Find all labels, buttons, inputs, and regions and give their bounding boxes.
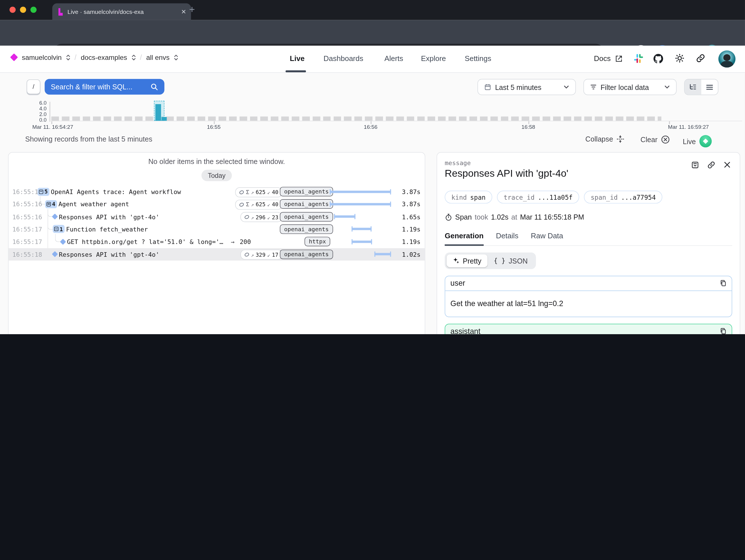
- org-select-icon[interactable]: [66, 54, 70, 60]
- trace-row[interactable]: 16:55:16 Responses API with 'gpt-4o' ↗29…: [8, 211, 425, 223]
- duration-value: 3.87s: [402, 188, 421, 195]
- trace-row[interactable]: 16:55:16 5 OpenAI Agents trace: Agent wo…: [8, 186, 425, 198]
- scope-chip: openai_agents: [280, 199, 333, 209]
- breadcrumb-org[interactable]: samuelcolvin: [22, 54, 62, 61]
- tab-live[interactable]: Live: [290, 54, 304, 63]
- duration-value: 1.02s: [402, 251, 421, 258]
- tab-explore[interactable]: Explore: [421, 54, 446, 63]
- sparkle-icon: [453, 257, 459, 264]
- mac-minimize-button[interactable]: [20, 6, 26, 13]
- docs-link[interactable]: Docs: [594, 54, 611, 63]
- span-title: Responses API with 'gpt-4o': [445, 168, 732, 179]
- live-indicator-icon: [699, 135, 712, 148]
- list-view-button[interactable]: [701, 80, 718, 95]
- tab-settings[interactable]: Settings: [465, 54, 491, 63]
- filter-local-dropdown[interactable]: Filter local data: [583, 79, 676, 95]
- list-view-icon: [706, 84, 713, 90]
- timeline-bar[interactable]: [155, 104, 161, 121]
- chevron-down-icon: [664, 84, 670, 90]
- trace-id-chip[interactable]: trace_id...11a05f: [497, 191, 579, 204]
- y-tick: 6.0: [30, 100, 46, 105]
- clear-button[interactable]: Clear: [640, 135, 670, 144]
- browser-tab[interactable]: Live · samuelcolvin/docs-exa ✕: [52, 3, 191, 20]
- scope-chip: httpx: [304, 237, 330, 247]
- copy-icon[interactable]: [720, 279, 726, 286]
- tab-details[interactable]: Details: [496, 231, 518, 245]
- mac-close-button[interactable]: [10, 6, 16, 13]
- project-select-icon[interactable]: [131, 54, 135, 60]
- json-view-button[interactable]: { } JSON: [488, 254, 534, 267]
- app-header: samuelcolvin / docs-examples / all envs …: [0, 46, 745, 73]
- span-id-chip[interactable]: span_id...a77954: [584, 191, 662, 204]
- tab-raw-data[interactable]: Raw Data: [531, 231, 563, 245]
- duration-bar: [330, 201, 391, 207]
- duration-bar: [330, 214, 391, 219]
- new-tab-button[interactable]: +: [189, 4, 195, 15]
- archive-span-icon[interactable]: [691, 161, 699, 169]
- sigma-icon: Σ: [246, 201, 250, 208]
- external-link-icon[interactable]: [615, 55, 622, 62]
- time-range-value: Last 5 minutes: [495, 83, 542, 91]
- arrow-down-icon: ↙: [267, 252, 270, 257]
- duration-value: 1.19s: [402, 226, 421, 233]
- user-avatar[interactable]: [718, 51, 735, 67]
- span-label: Responses API with 'gpt-4o': [59, 213, 159, 220]
- pretty-label: Pretty: [463, 256, 481, 265]
- clear-label: Clear: [640, 135, 657, 144]
- collapse-count-badge[interactable]: 4: [45, 200, 57, 208]
- tree-view-icon: [689, 84, 697, 90]
- copy-icon[interactable]: [720, 328, 726, 334]
- y-axis-line: [49, 102, 50, 122]
- slack-icon[interactable]: [633, 53, 644, 64]
- breadcrumb-env[interactable]: all envs: [146, 54, 169, 61]
- close-panel-icon[interactable]: [723, 161, 731, 168]
- chevron-down-icon: [563, 84, 569, 90]
- live-toggle[interactable]: Live: [683, 135, 711, 148]
- collapse-button[interactable]: Collapse: [585, 135, 624, 143]
- arrow-right-icon: →: [231, 238, 234, 245]
- search-icon: [150, 83, 158, 91]
- span-duration-summary: Spantook1.02satMar 11 16:55:18 PM: [445, 213, 732, 221]
- tab-dashboards[interactable]: Dashboards: [323, 54, 363, 63]
- y-tick: 0.0: [30, 117, 46, 123]
- mac-zoom-button[interactable]: [30, 6, 37, 13]
- duration-bar: [330, 189, 391, 194]
- github-icon[interactable]: [653, 53, 664, 64]
- breadcrumb-project[interactable]: docs-examples: [81, 54, 127, 61]
- tab-alerts[interactable]: Alerts: [384, 54, 403, 63]
- tree-view-button[interactable]: [685, 80, 701, 95]
- trace-row[interactable]: 16:55:17 GET httpbin.org/get ? lat='51.0…: [8, 236, 425, 248]
- scope-chip: openai_agents: [280, 187, 333, 196]
- token-usage-badge: ↗329 ↙17: [240, 250, 282, 259]
- share-link-icon[interactable]: [696, 53, 706, 63]
- row-timestamp: 16:55:17: [12, 226, 42, 233]
- braces-icon: { }: [494, 257, 506, 265]
- trace-row[interactable]: 16:55:16 4 Agent weather agent Σ ↗625 ↙4…: [8, 198, 425, 211]
- theme-sun-icon[interactable]: [675, 53, 685, 63]
- token-usage-badge: Σ ↗625 ↙40: [235, 200, 282, 210]
- collapse-count-badge[interactable]: 1: [53, 225, 65, 233]
- x-tick: 16:56: [364, 124, 377, 130]
- today-chip[interactable]: Today: [201, 169, 232, 181]
- time-range-dropdown[interactable]: Last 5 minutes: [477, 79, 576, 95]
- empty-window-notice: No older items in the selected time wind…: [8, 157, 425, 165]
- slash-shortcut-key: /: [27, 80, 40, 94]
- duration-bar: [330, 226, 391, 231]
- collapse-icon: [616, 135, 624, 143]
- tab-generation[interactable]: Generation: [445, 231, 484, 246]
- detail-tabs: Generation Details Raw Data: [445, 231, 732, 245]
- tab-close-icon[interactable]: ✕: [181, 8, 186, 15]
- env-select-icon[interactable]: [174, 54, 178, 60]
- trace-row-selected[interactable]: 16:55:18 Responses API with 'gpt-4o' ↗32…: [8, 248, 425, 260]
- view-mode-toggle: [684, 79, 718, 95]
- scope-chip: openai_agents: [280, 224, 333, 234]
- x-tick: 16:58: [522, 124, 535, 130]
- timeline-bar[interactable]: [162, 117, 167, 121]
- search-button[interactable]: Search & filter with SQL...: [45, 79, 164, 94]
- trace-row[interactable]: 16:55:17 1 Function fetch_weather openai…: [8, 223, 425, 236]
- coin-icon: [239, 189, 244, 195]
- copy-link-icon[interactable]: [707, 161, 715, 169]
- pretty-view-button[interactable]: Pretty: [447, 254, 487, 267]
- collapse-label: Collapse: [585, 135, 613, 143]
- collapse-count-badge[interactable]: 5: [37, 188, 50, 195]
